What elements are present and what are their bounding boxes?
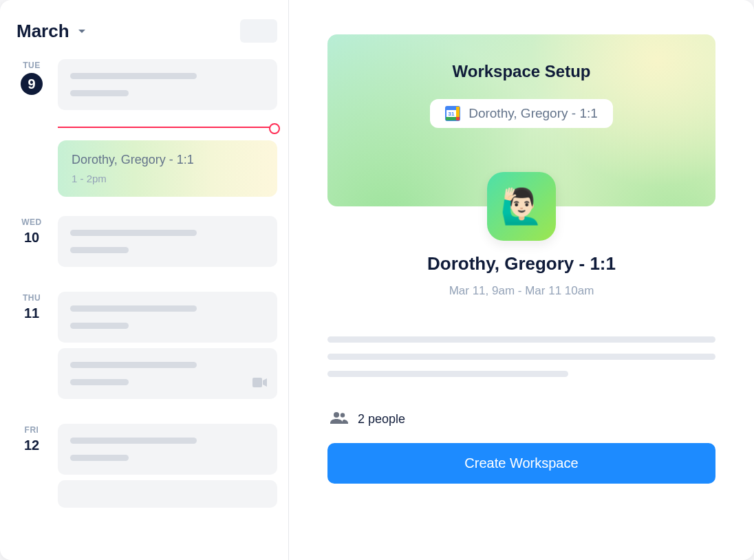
event-placeholder[interactable] <box>58 292 277 343</box>
attendees-count: 2 people <box>358 412 405 427</box>
event-placeholder[interactable] <box>58 216 277 267</box>
create-workspace-button[interactable]: Create Workspace <box>327 443 715 484</box>
day-group: THU 11 <box>17 292 277 399</box>
day-label[interactable]: FRI 12 <box>17 424 47 508</box>
event-placeholder[interactable] <box>58 424 277 475</box>
month-selector[interactable]: March <box>17 21 86 42</box>
month-header: March <box>17 19 277 43</box>
video-icon <box>252 377 268 391</box>
workspace-time-range: Mar 11, 9am - Mar 11 10am <box>327 284 715 298</box>
today-button[interactable] <box>240 19 277 43</box>
source-event-label: Dorothy, Gregory - 1:1 <box>468 106 598 121</box>
month-label: March <box>17 21 69 42</box>
workspace-avatar: 🙋🏻‍♂️ <box>487 172 556 241</box>
description-placeholder <box>327 336 715 377</box>
day-number: 11 <box>24 305 39 321</box>
svg-point-7 <box>334 412 339 418</box>
day-number: 12 <box>24 438 39 453</box>
google-calendar-icon: 31 <box>445 106 460 121</box>
event-placeholder[interactable] <box>58 59 277 110</box>
svg-text:31: 31 <box>449 111 455 117</box>
source-event-chip[interactable]: 31 Dorothy, Gregory - 1:1 <box>430 99 613 128</box>
svg-rect-5 <box>456 117 460 120</box>
chevron-down-icon <box>78 25 86 37</box>
events-column <box>58 424 277 508</box>
event-time: 1 - 2pm <box>72 173 263 184</box>
day-number: 10 <box>24 230 39 246</box>
day-label[interactable]: THU 11 <box>17 292 47 399</box>
calendar-sidebar: March TUE 9 Dorothy, Gregory - 1:1 <box>0 0 289 560</box>
workspace-title: Dorothy, Gregory - 1:1 <box>327 253 715 274</box>
hero-title: Workspace Setup <box>453 62 591 81</box>
events-column <box>58 292 277 399</box>
attendees-row[interactable]: 2 people <box>327 411 715 427</box>
event-title: Dorothy, Gregory - 1:1 <box>72 153 263 167</box>
svg-rect-0 <box>252 378 262 387</box>
hero-wrap: Workspace Setup 31 Dorothy, Gregory - 1:… <box>327 34 715 206</box>
day-group: TUE 9 Dorothy, Gregory - 1:1 1 - 2pm <box>17 59 277 197</box>
day-short: THU <box>23 293 41 303</box>
day-short: WED <box>21 217 42 227</box>
current-time-indicator <box>58 127 277 128</box>
day-label[interactable]: TUE 9 <box>17 59 47 197</box>
day-short: FRI <box>25 425 39 435</box>
event-placeholder[interactable] <box>58 348 277 399</box>
svg-point-8 <box>341 413 345 417</box>
app-container: March TUE 9 Dorothy, Gregory - 1:1 <box>0 0 754 560</box>
day-group: FRI 12 <box>17 424 277 508</box>
day-label[interactable]: WED 10 <box>17 216 47 267</box>
people-icon <box>330 411 348 427</box>
workspace-setup-panel: Workspace Setup 31 Dorothy, Gregory - 1:… <box>289 0 754 560</box>
events-column <box>58 216 277 267</box>
day-number: 9 <box>28 76 35 92</box>
events-column: Dorothy, Gregory - 1:1 1 - 2pm <box>58 59 277 197</box>
day-group: WED 10 <box>17 216 277 267</box>
event-placeholder[interactable] <box>58 480 277 508</box>
event-card-selected[interactable]: Dorothy, Gregory - 1:1 1 - 2pm <box>58 140 277 197</box>
day-short: TUE <box>23 61 41 70</box>
